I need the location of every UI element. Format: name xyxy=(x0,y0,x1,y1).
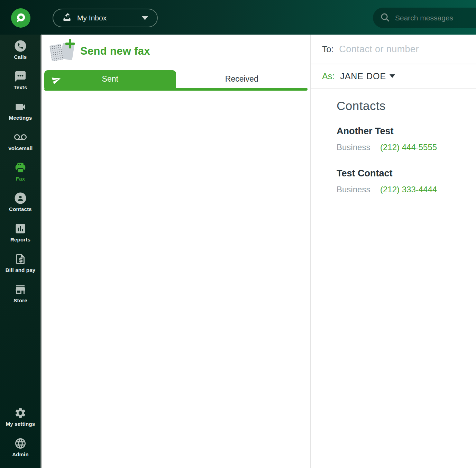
gear-icon xyxy=(14,407,27,419)
as-row: As: JANE DOE xyxy=(311,64,476,89)
as-label: As: xyxy=(322,71,335,81)
sidebar-item-label: Calls xyxy=(14,54,27,60)
inbox-icon xyxy=(62,12,72,24)
sidebar-item-store[interactable]: Store xyxy=(0,278,41,309)
contacts-section: Contacts Another Test Business (212) 444… xyxy=(311,89,476,194)
contact-item[interactable]: Another Test Business (212) 444-5555 xyxy=(337,126,469,152)
fax-tabs: Sent Received xyxy=(44,70,308,91)
bar-chart-icon xyxy=(14,222,27,235)
to-field-row: To: xyxy=(311,35,476,64)
app-logo[interactable] xyxy=(11,8,30,28)
sidebar-item-label: Contacts xyxy=(9,206,32,212)
send-new-fax-button[interactable]: Send new fax xyxy=(42,35,310,68)
sidebar-scrollbar[interactable] xyxy=(40,35,42,468)
inbox-label: My Inbox xyxy=(77,14,107,22)
chat-icon xyxy=(14,70,27,83)
contact-phone-row: Business (212) 333-4444 xyxy=(337,185,469,194)
chevron-down-icon xyxy=(390,74,395,78)
video-icon xyxy=(14,101,27,113)
compose-panel: To: As: JANE DOE Contacts Another Test B… xyxy=(311,35,476,468)
new-fax-icon xyxy=(49,40,75,63)
paper-plane-icon xyxy=(52,75,61,86)
sidebar-item-admin[interactable]: Admin xyxy=(0,432,41,462)
topbar: My Inbox xyxy=(0,0,476,35)
sidebar-item-label: Voicemail xyxy=(8,145,33,151)
fax-list-panel: Send new fax Sent Received xyxy=(42,35,310,468)
to-input[interactable] xyxy=(339,44,468,55)
voicemail-icon xyxy=(14,131,27,144)
sidebar-item-label: Admin xyxy=(12,451,29,457)
tab-received-label: Received xyxy=(225,74,258,84)
contact-phone-link[interactable]: (212) 444-5555 xyxy=(380,143,437,152)
contact-item[interactable]: Test Contact Business (212) 333-4444 xyxy=(337,168,469,194)
bill-icon xyxy=(14,253,27,265)
sidebar-item-bill-and-pay[interactable]: Bill and pay xyxy=(0,248,41,278)
phone-icon xyxy=(14,40,27,52)
search-icon xyxy=(380,12,390,24)
sidebar-item-label: Texts xyxy=(13,84,27,90)
contact-name: Test Contact xyxy=(337,168,469,179)
fax-page-icon xyxy=(49,44,64,62)
chevron-down-icon xyxy=(142,16,148,20)
sidebar-item-calls[interactable]: Calls xyxy=(0,35,41,65)
person-icon xyxy=(14,192,27,204)
printer-icon xyxy=(14,162,27,174)
phone-type-label: Business xyxy=(337,143,380,152)
sidebar-item-label: Store xyxy=(13,297,27,303)
sender-select-button[interactable]: JANE DOE xyxy=(340,71,395,81)
sidebar-item-reports[interactable]: Reports xyxy=(0,217,41,248)
contact-phone-link[interactable]: (212) 333-4444 xyxy=(380,185,437,194)
plus-icon xyxy=(65,39,75,48)
contacts-heading: Contacts xyxy=(337,99,469,113)
contact-phone-row: Business (212) 444-5555 xyxy=(337,143,469,152)
sidebar-item-texts[interactable]: Texts xyxy=(0,65,41,95)
tab-sent[interactable]: Sent xyxy=(44,70,176,91)
sidebar: Calls Texts Meetings Voicemail xyxy=(0,35,41,468)
sidebar-item-label: Reports xyxy=(10,237,30,242)
contact-name: Another Test xyxy=(337,126,469,137)
main-content: Send new fax Sent Received xyxy=(42,35,476,468)
sidebar-spacer xyxy=(0,309,41,402)
tab-received[interactable]: Received xyxy=(176,70,308,91)
sidebar-item-voicemail[interactable]: Voicemail xyxy=(0,126,41,156)
inbox-selector-button[interactable]: My Inbox xyxy=(53,9,158,27)
sidebar-item-my-settings[interactable]: My settings xyxy=(0,402,41,432)
sidebar-item-label: Fax xyxy=(16,176,25,182)
sidebar-item-label: My settings xyxy=(6,421,35,427)
store-icon xyxy=(14,283,27,296)
search-input[interactable] xyxy=(395,14,475,22)
sidebar-item-label: Meetings xyxy=(9,115,32,121)
search-box[interactable] xyxy=(373,8,476,28)
sidebar-item-fax[interactable]: Fax xyxy=(0,156,41,187)
app-window: My Inbox Calls xyxy=(0,0,476,468)
sidebar-item-label: Bill and pay xyxy=(6,267,36,273)
phone-type-label: Business xyxy=(337,185,380,194)
globe-icon xyxy=(14,437,27,450)
speech-bubble-logo-icon xyxy=(15,12,27,24)
sender-name: JANE DOE xyxy=(340,71,386,81)
sidebar-item-contacts[interactable]: Contacts xyxy=(0,187,41,217)
page-title: Send new fax xyxy=(80,45,150,57)
tab-sent-label: Sent xyxy=(102,74,118,84)
sidebar-item-meetings[interactable]: Meetings xyxy=(0,95,41,126)
to-label: To: xyxy=(322,44,333,54)
